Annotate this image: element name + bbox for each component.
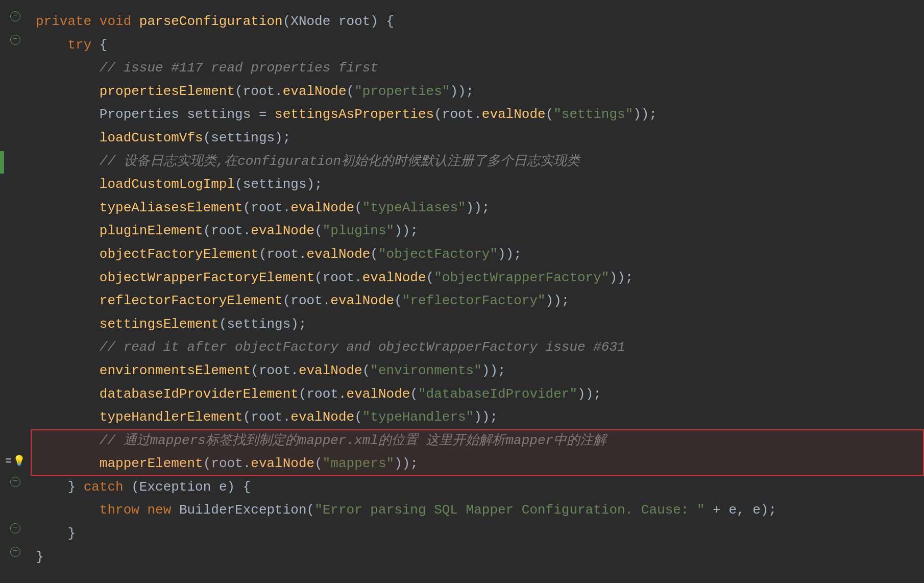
code-line-8: loadCustomLogImpl(settings); (0, 173, 924, 197)
code-content-15: // read it after objectFactory and objec… (31, 337, 924, 358)
gutter-23: − (0, 523, 31, 533)
code-content-2: try { (31, 35, 924, 56)
code-content-1: private void parseConfiguration(XNode ro… (31, 11, 924, 33)
code-line-6: loadCustomVfs(settings); (0, 127, 924, 150)
code-content-23: } (31, 523, 924, 545)
code-line-5: Properties settings = settingsAsProperti… (0, 103, 924, 127)
code-content-24: } (31, 547, 924, 568)
code-editor: −private void parseConfiguration(XNode r… (0, 0, 924, 583)
code-line-3: // issue #117 read properties first (0, 57, 924, 80)
gutter-20: =💡 (0, 453, 31, 470)
code-content-5: Properties settings = settingsAsProperti… (31, 104, 924, 126)
code-content-14: settingsElement(settings); (31, 314, 924, 335)
code-content-4: propertiesElement(root.evalNode("propert… (31, 81, 924, 103)
gutter-24: − (0, 547, 31, 557)
code-content-17: databaseIdProviderElement(root.evalNode(… (31, 384, 924, 405)
code-line-7: // 设备日志实现类,在configuration初始化的时候默认注册了多个日志… (0, 150, 924, 174)
gutter-2: − (0, 35, 31, 45)
code-content-18: typeHandlerElement(root.evalNode("typeHa… (31, 407, 924, 428)
code-line-17: databaseIdProviderElement(root.evalNode(… (0, 383, 924, 406)
code-line-20: =💡 mapperElement(root.evalNode("mappers"… (0, 452, 924, 476)
code-line-22: throw new BuilderException("Error parsin… (0, 499, 924, 522)
code-content-11: objectFactoryElement(root.evalNode("obje… (31, 244, 924, 265)
code-content-13: reflectorFactoryElement(root.evalNode("r… (31, 290, 924, 312)
gutter-21: − (0, 477, 31, 487)
code-line-2: − try { (0, 34, 924, 57)
code-content-6: loadCustomVfs(settings); (31, 128, 924, 149)
code-line-24: −} (0, 546, 924, 569)
code-content-12: objectWrapperFactoryElement(root.evalNod… (31, 268, 924, 289)
code-line-16: environmentsElement(root.evalNode("envir… (0, 359, 924, 383)
code-line-13: reflectorFactoryElement(root.evalNode("r… (0, 289, 924, 313)
code-content-7: // 设备日志实现类,在configuration初始化的时候默认注册了多个日志… (31, 151, 924, 173)
gutter-1: − (0, 11, 31, 21)
code-line-4: propertiesElement(root.evalNode("propert… (0, 80, 924, 104)
code-content-3: // issue #117 read properties first (31, 58, 924, 79)
code-content-10: pluginElement(root.evalNode("plugins")); (31, 221, 924, 242)
code-line-18: typeHandlerElement(root.evalNode("typeHa… (0, 406, 924, 429)
code-content-22: throw new BuilderException("Error parsin… (31, 500, 924, 521)
code-line-23: − } (0, 522, 924, 546)
code-line-12: objectWrapperFactoryElement(root.evalNod… (0, 266, 924, 290)
code-content-9: typeAliasesElement(root.evalNode("typeAl… (31, 198, 924, 219)
code-line-10: pluginElement(root.evalNode("plugins")); (0, 220, 924, 243)
code-line-21: − } catch (Exception e) { (0, 476, 924, 499)
code-content-16: environmentsElement(root.evalNode("envir… (31, 360, 924, 382)
code-line-9: typeAliasesElement(root.evalNode("typeAl… (0, 197, 924, 220)
code-line-19: // 通过mappers标签找到制定的mapper.xml的位置 这里开始解析m… (0, 429, 924, 453)
code-line-15: // read it after objectFactory and objec… (0, 336, 924, 359)
code-line-11: objectFactoryElement(root.evalNode("obje… (0, 243, 924, 266)
code-line-14: settingsElement(settings); (0, 313, 924, 336)
code-line-1: −private void parseConfiguration(XNode r… (0, 10, 924, 34)
code-content-8: loadCustomLogImpl(settings); (31, 174, 924, 196)
code-content-19: // 通过mappers标签找到制定的mapper.xml的位置 这里开始解析m… (31, 430, 924, 452)
code-content-21: } catch (Exception e) { (31, 477, 924, 498)
code-content-20: mapperElement(root.evalNode("mappers")); (31, 453, 924, 475)
